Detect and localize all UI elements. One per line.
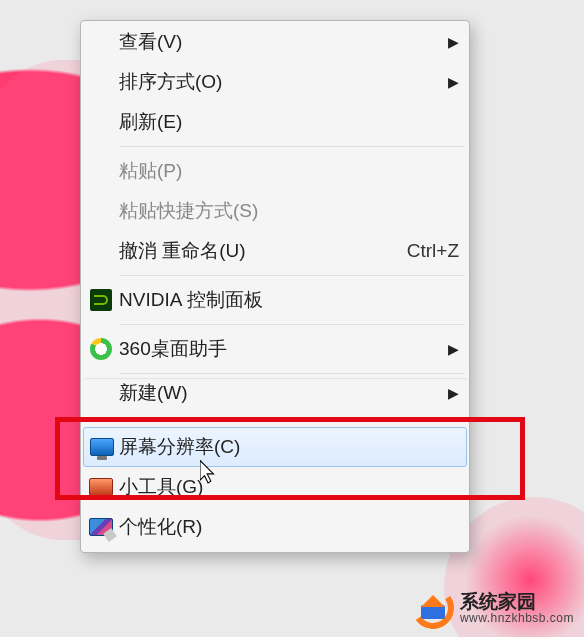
menu-label: 刷新(E): [119, 109, 459, 135]
house-shield-icon: [412, 587, 454, 629]
chevron-right-icon: ▶: [448, 385, 459, 401]
menu-separator: [119, 146, 465, 147]
chevron-right-icon: ▶: [448, 34, 459, 50]
menu-item-sort[interactable]: 排序方式(O) ▶: [83, 62, 467, 102]
menu-item-view[interactable]: 查看(V) ▶: [83, 22, 467, 62]
menu-label: 小工具(G): [119, 474, 459, 500]
watermark-logo: 系统家园 www.hnzkhbsb.com: [412, 587, 574, 629]
menu-separator: [119, 373, 465, 374]
menu-label: 新建(W): [119, 380, 448, 406]
menu-shortcut: Ctrl+Z: [407, 240, 459, 262]
menu-item-paste-shortcut: 粘贴快捷方式(S): [83, 191, 467, 231]
monitor-red-icon: [89, 475, 113, 499]
menu-item-personalize[interactable]: 个性化(R): [83, 507, 467, 547]
menu-label: NVIDIA 控制面板: [119, 287, 459, 313]
menu-item-refresh[interactable]: 刷新(E): [83, 102, 467, 142]
menu-item-undo-rename[interactable]: 撤消 重命名(U) Ctrl+Z: [83, 231, 467, 271]
logo-title: 系统家园: [460, 592, 574, 612]
personalize-icon: [89, 515, 113, 539]
menu-item-gadgets[interactable]: 小工具(G): [83, 467, 467, 507]
menu-label: 撤消 重命名(U): [119, 238, 395, 264]
menu-item-paste: 粘贴(P): [83, 151, 467, 191]
monitor-icon: [90, 435, 114, 459]
menu-label: 排序方式(O): [119, 69, 448, 95]
menu-label: 粘贴(P): [119, 158, 459, 184]
menu-label: 个性化(R): [119, 514, 459, 540]
chevron-right-icon: ▶: [448, 74, 459, 90]
nvidia-icon: [89, 288, 113, 312]
logo-url: www.hnzkhbsb.com: [460, 612, 574, 625]
menu-item-360[interactable]: 360桌面助手 ▶: [83, 329, 467, 369]
menu-label: 查看(V): [119, 29, 448, 55]
360-icon: [89, 337, 113, 361]
menu-label: 360桌面助手: [119, 336, 448, 362]
menu-item-new[interactable]: 新建(W) ▶: [83, 378, 467, 407]
menu-separator: [119, 275, 465, 276]
menu-separator: [119, 324, 465, 325]
menu-label: 粘贴快捷方式(S): [119, 198, 459, 224]
menu-item-nvidia[interactable]: NVIDIA 控制面板: [83, 280, 467, 320]
menu-item-screen-resolution[interactable]: 屏幕分辨率(C): [83, 427, 467, 467]
chevron-right-icon: ▶: [448, 341, 459, 357]
desktop-context-menu: 查看(V) ▶ 排序方式(O) ▶ 刷新(E) 粘贴(P) 粘贴快捷方式(S) …: [80, 20, 470, 553]
menu-label: 屏幕分辨率(C): [119, 434, 459, 460]
